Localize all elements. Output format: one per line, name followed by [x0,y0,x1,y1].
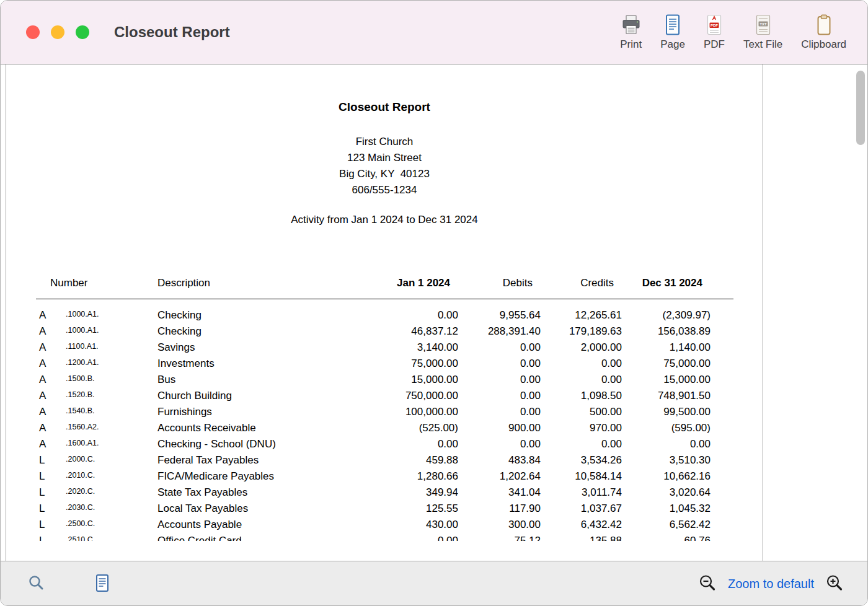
zoom-out-button[interactable] [698,574,717,594]
cell-debits: 0.00 [458,406,541,418]
table-row: L.2010.C.FICA/Medicare Payables1,280.661… [36,468,733,485]
report-table-header: Number Description Jan 1 2024 Debits Cre… [36,275,733,299]
search-button[interactable] [27,574,45,594]
report-table: Number Description Jan 1 2024 Debits Cre… [36,275,733,541]
clipboard-icon [813,14,835,35]
col-header-credits: Credits [541,277,622,289]
close-button[interactable] [26,25,40,39]
cell-debits: 0.00 [458,374,541,386]
cell-credits: 135.88 [541,535,622,541]
cell-end-balance: 10,662.16 [622,470,711,483]
page-right-edge [762,64,763,561]
vertical-scrollbar[interactable] [855,67,866,556]
cell-begin-balance: 15,000.00 [340,374,458,386]
cell-begin-balance: 46,837.12 [340,325,458,338]
cell-account-type: A [36,390,66,402]
cell-credits: 970.00 [541,422,622,434]
window-title: Closeout Report [114,24,230,41]
cell-end-balance: 1,140.00 [622,341,711,354]
traffic-lights [1,25,89,39]
cell-description: Accounts Receivable [157,422,340,434]
report-address-block: First Church 123 Main Street Big City, K… [6,134,763,198]
cell-credits: 0.00 [541,358,622,370]
col-header-end-balance: Dec 31 2024 [622,277,711,289]
cell-account-number: .2500.C. [66,519,157,528]
cell-account-number: .2010.C. [66,471,157,480]
cell-account-type: A [36,325,66,338]
cell-debits: 0.00 [458,390,541,402]
table-row: A.1200.A1.Investments75,000.000.000.0075… [36,356,733,372]
cell-account-number: .1000.A1. [66,326,157,335]
cell-description: Local Tax Payables [157,503,340,515]
cell-end-balance: 3,020.64 [622,486,711,499]
cell-account-number: .1000.A1. [66,310,157,318]
clipboard-button-label: Clipboard [801,38,846,51]
table-row: L.2020.C.State Tax Payables349.94341.043… [36,485,733,501]
cell-account-type: A [36,438,66,450]
document-viewport: Closeout Report First Church 123 Main St… [1,64,867,561]
svg-text:TXT: TXT [760,22,766,25]
text-file-icon: TXT [753,14,774,35]
cell-end-balance: 156,038.89 [622,325,711,338]
cell-end-balance: 60.76 [622,535,711,541]
table-row: L.2000.C.Federal Tax Payables459.88483.8… [36,452,733,468]
cell-description: State Tax Payables [157,486,340,499]
cell-debits: 0.00 [458,341,541,354]
cell-account-type: L [36,486,66,499]
cell-debits: 900.00 [458,422,541,434]
cell-account-type: A [36,341,66,354]
cell-begin-balance: 100,000.00 [340,406,458,418]
cell-begin-balance: (525.00) [340,422,458,434]
cell-account-number: .1200.A1. [66,358,157,367]
cell-debits: 75.12 [458,535,541,541]
cell-account-number: .1600.A1. [66,439,157,447]
report-title: Closeout Report [6,100,763,114]
report-activity-range: Activity from Jan 1 2024 to Dec 31 2024 [6,212,763,228]
cell-description: Checking - School (DNU) [157,438,340,450]
table-row: L.2500.C.Accounts Payable430.00300.006,4… [36,517,733,533]
cell-account-type: A [36,406,66,418]
cell-debits: 300.00 [458,519,541,531]
table-row: A.1540.B.Furnishings100,000.000.00500.00… [36,404,733,420]
report-address-city: Big City, KY 40123 [6,166,763,182]
report-table-body: A.1000.A1.Checking0.009,955.6412,265.61(… [36,299,733,541]
cell-description: Federal Tax Payables [157,454,340,467]
report-options-button[interactable] [93,574,112,594]
scrollbar-thumb[interactable] [856,71,865,145]
cell-debits: 9,955.64 [458,309,541,322]
cell-credits: 1,037.67 [541,503,622,515]
cell-debits: 0.00 [458,438,541,450]
document-icon [93,574,112,594]
app-window: Closeout Report Print [0,0,868,606]
minimize-button[interactable] [51,25,64,39]
cell-description: Checking [157,309,340,322]
cell-account-type: L [36,519,66,531]
cell-debits: 483.84 [458,454,541,467]
cell-debits: 117.90 [458,503,541,515]
cell-begin-balance: 0.00 [340,309,458,322]
cell-description: Savings [157,341,340,354]
text-file-button-label: Text File [743,38,782,51]
cell-end-balance: (2,309.97) [622,309,711,322]
titlebar: Closeout Report Print [1,1,867,64]
col-header-number: Number [36,277,157,289]
maximize-button[interactable] [76,25,89,39]
cell-credits: 12,265.61 [541,309,622,322]
table-row: A.1600.A1.Checking - School (DNU)0.000.0… [36,436,733,452]
cell-begin-balance: 349.94 [340,486,458,499]
search-icon [27,574,45,594]
cell-description: Office Credit Card [157,535,340,541]
text-file-button[interactable]: TXT Text File [743,14,782,51]
print-button[interactable]: Print [620,14,642,51]
col-header-debits: Debits [458,277,541,289]
pdf-icon: PDF [704,14,725,35]
zoom-in-button[interactable] [825,574,844,594]
pdf-button[interactable]: PDF PDF [704,14,725,51]
cell-debits: 0.00 [458,358,541,370]
page-button[interactable]: Page [660,14,685,51]
cell-description: Bus [157,374,340,386]
page-icon [662,14,683,35]
clipboard-button[interactable]: Clipboard [801,14,846,51]
zoom-to-default-button[interactable]: Zoom to default [728,577,814,591]
report-phone: 606/555-1234 [6,182,763,198]
